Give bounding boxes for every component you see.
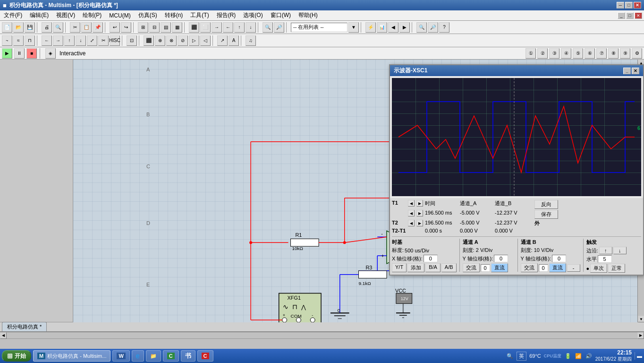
comp-btn15[interactable]: ⊘ (178, 35, 188, 46)
taskbar-ie[interactable]: e (132, 350, 144, 362)
tb-btn16[interactable]: 🔎 (274, 22, 284, 33)
comp-btn3[interactable]: ⊓ (25, 35, 35, 46)
comp-btn9[interactable]: ✂ (98, 35, 109, 46)
show-desktop[interactable]: ▬ (635, 352, 642, 360)
menu-file[interactable]: 文件(F) (0, 10, 26, 20)
tb-sim4[interactable]: ▶ (399, 22, 410, 33)
menu-tools[interactable]: 工具(T) (186, 10, 212, 20)
dropdown-arrow[interactable]: ▼ (348, 22, 359, 33)
preview-btn[interactable]: 🔍 (53, 22, 63, 33)
copy-btn[interactable]: 📋 (81, 22, 92, 33)
comp-btn4[interactable]: ← (42, 35, 52, 46)
tb-btn5[interactable]: ⊞ (138, 22, 148, 33)
tb-btn15[interactable]: 🔍 (263, 22, 273, 33)
menu-edit[interactable]: 编辑(E) (26, 10, 52, 20)
tb-sim2[interactable]: 📊 (377, 22, 387, 33)
chb-ac-btn[interactable]: 交流 (521, 263, 538, 272)
menu-transfer[interactable]: 转移(n) (161, 10, 187, 20)
level-input[interactable] (598, 255, 612, 263)
t1-right[interactable]: ▶ (416, 200, 423, 207)
sim-pause[interactable]: ⏸ (14, 48, 25, 59)
tb-btn10[interactable]: ⬜ (200, 22, 211, 33)
comp-btn2[interactable]: ≈ (13, 35, 24, 46)
comp-btn12[interactable]: ⬛ (144, 35, 154, 46)
tb-btn8[interactable]: ▦ (172, 22, 182, 33)
taskbar-multisim[interactable]: M 积分电路仿真 - Multisim... (33, 350, 110, 362)
tb-btn12[interactable]: ← (223, 22, 233, 33)
save-btn[interactable]: 💾 (25, 22, 35, 33)
menu-help[interactable]: 帮助(H) (295, 10, 322, 20)
menu-report[interactable]: 报告(R) (213, 10, 240, 20)
start-button[interactable]: ⊞ 开始 (2, 350, 31, 362)
undo-btn[interactable]: ↩ (110, 22, 120, 33)
sim-ctrl2[interactable]: ② (537, 48, 548, 59)
sim-ctrl5[interactable]: ⑤ (573, 48, 583, 59)
t1-left[interactable]: ◀ (408, 200, 415, 207)
save-btn[interactable]: 保存 (534, 210, 558, 219)
tb-btn11[interactable]: → (212, 22, 222, 33)
t1v-left[interactable]: ◀ (408, 210, 415, 216)
scroll-right-btn[interactable]: ▶ (637, 332, 644, 339)
inner-minimize[interactable]: _ (618, 12, 625, 19)
sim-play[interactable]: ▶ (2, 48, 12, 59)
inner-maximize[interactable]: □ (626, 12, 634, 19)
new-btn[interactable]: 📄 (2, 22, 12, 33)
comp-place[interactable]: ↗ (217, 35, 228, 46)
comp-bus1[interactable]: ▷ (189, 35, 199, 46)
ab-btn[interactable]: A/B (441, 263, 457, 272)
menu-draw[interactable]: 绘制(P) (79, 10, 105, 20)
taskbar-app2[interactable]: 书 (181, 350, 195, 362)
comp-bus2[interactable]: ◁ (200, 35, 211, 46)
tb-btn7[interactable]: ▤ (161, 22, 171, 33)
tb-sim1[interactable]: ⚡ (365, 22, 376, 33)
comp-btn11[interactable]: ⊡ (127, 35, 137, 46)
cha-ac-val[interactable] (481, 264, 490, 272)
comp-btn1[interactable]: ~ (2, 35, 12, 46)
chb-ac-val[interactable] (539, 264, 548, 272)
t1v-right[interactable]: ▶ (416, 210, 423, 216)
sim-marker[interactable]: ◈ (45, 48, 56, 59)
tb-sim3[interactable]: ◀ (388, 22, 398, 33)
normal-btn[interactable]: 正常 (608, 264, 625, 273)
edge-falling[interactable]: ↓ (613, 247, 627, 254)
edge-rising[interactable]: ↑ (599, 247, 612, 254)
yt-btn[interactable]: Y/T (392, 263, 407, 272)
tb-btn13[interactable]: ↑ (234, 22, 245, 33)
open-btn[interactable]: 📂 (13, 22, 24, 33)
comp-btn6[interactable]: ↑ (64, 35, 75, 46)
menu-options[interactable]: 选项(O) (239, 10, 266, 20)
tb-zoom2[interactable]: 🔎 (428, 22, 438, 33)
close-button[interactable]: ✕ (634, 2, 641, 9)
ba-btn[interactable]: B/A (425, 263, 441, 272)
oscope-close[interactable]: ✕ (632, 68, 639, 74)
comp-btn14[interactable]: ⊗ (166, 35, 177, 46)
scroll-left-btn[interactable]: ◀ (0, 332, 7, 339)
redo-btn[interactable]: ↪ (121, 22, 131, 33)
cut-btn[interactable]: ✂ (70, 22, 80, 33)
sim-ctrl6[interactable]: ⑥ (585, 48, 595, 59)
oscope-min[interactable]: _ (623, 68, 631, 74)
t2-right[interactable]: ▶ (416, 220, 423, 226)
single-btn[interactable]: 单次 (590, 264, 607, 273)
taskbar-explorer[interactable]: 📁 (146, 350, 161, 362)
sim-ctrl4[interactable]: ④ (561, 48, 571, 59)
tb-btn9[interactable]: ⬛ (189, 22, 199, 33)
in-use-dropdown[interactable]: -- 在用列表 -- (291, 23, 347, 32)
sim-ctrl10[interactable]: ⚙ (632, 48, 642, 59)
menu-view[interactable]: 视图(V) (52, 10, 79, 20)
tb-btn6[interactable]: ⊟ (149, 22, 160, 33)
menu-window[interactable]: 窗口(W) (267, 10, 295, 20)
language-indicator[interactable]: 英 (517, 352, 526, 361)
comp-btn13[interactable]: ⊕ (155, 35, 165, 46)
trig-auto-radio[interactable]: ● (586, 266, 590, 271)
menu-sim[interactable]: 仿真(S) (135, 10, 161, 20)
cha-dc-btn[interactable]: 直流 (491, 263, 508, 272)
chb-dc-btn[interactable]: 直流 (549, 263, 566, 272)
taskbar-app3[interactable]: C (197, 350, 213, 362)
sim-ctrl1[interactable]: ① (525, 48, 536, 59)
maximize-button[interactable]: □ (625, 2, 633, 9)
comp-text[interactable]: A (229, 35, 239, 46)
comp-btn8[interactable]: ⤢ (87, 35, 97, 46)
sim-stop[interactable]: ■ (26, 48, 37, 59)
schematic-canvas-area[interactable]: A B C D E R1 10kΩ (73, 60, 644, 322)
